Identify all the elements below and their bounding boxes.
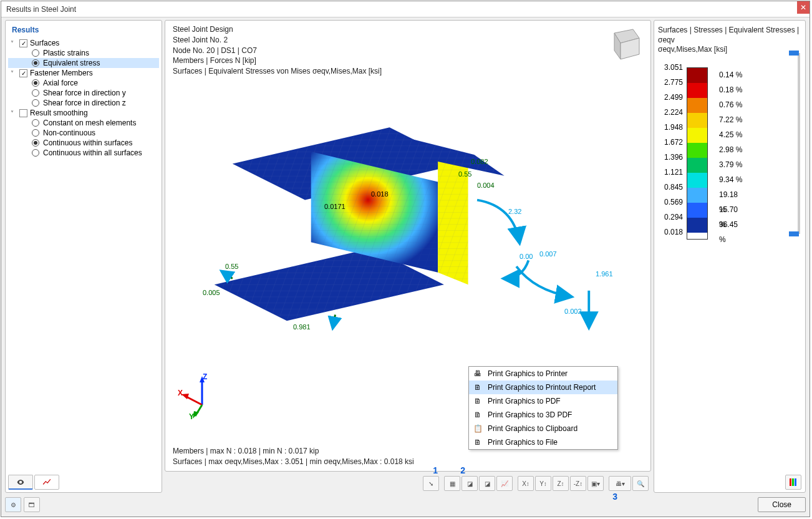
tree-item-continuous-surfaces[interactable]: Continuous within surfaces bbox=[8, 138, 159, 148]
checkbox-surfaces[interactable]: ✓ bbox=[19, 39, 27, 47]
menu-item-print-file[interactable]: 🗎Print Graphics to File bbox=[469, 435, 617, 449]
expand-icon[interactable]: ˅ bbox=[11, 40, 18, 47]
legend-value: 1.396 bbox=[658, 150, 683, 165]
viewport-status: Members | max N : 0.018 | min N : 0.017 … bbox=[173, 446, 414, 467]
menu-item-print-clipboard[interactable]: 📋Print Graphics to Clipboard bbox=[469, 422, 617, 435]
toolbar-btn-view-neg-z[interactable]: -Z↕ bbox=[570, 476, 586, 491]
tree-group-fastener-members[interactable]: ˅ ✓ Fastener Members bbox=[8, 68, 159, 78]
tree-label: Axial force bbox=[43, 79, 78, 87]
legend-value: 0.018 bbox=[658, 225, 683, 240]
legend-title: Surfaces | Stresses | Equivalent Stresse… bbox=[658, 26, 801, 55]
tree-item-constant-mesh[interactable]: Constant on mesh elements bbox=[8, 118, 159, 128]
val-018: 0.018 bbox=[371, 190, 389, 198]
tree-label: Fastener Members bbox=[30, 69, 93, 77]
legend-color bbox=[687, 143, 707, 158]
main-area: Results ˅ ✓ Surfaces Plastic strains Equ… bbox=[5, 20, 806, 493]
tree-item-shear-y[interactable]: Shear force in direction y bbox=[8, 88, 159, 98]
radio-icon[interactable] bbox=[32, 79, 39, 87]
tree-group-surfaces[interactable]: ˅ ✓ Surfaces bbox=[8, 38, 159, 48]
tree-item-non-continuous[interactable]: Non-continuous bbox=[8, 128, 159, 138]
eye-icon bbox=[16, 478, 25, 487]
printer-icon: 🖶 bbox=[473, 369, 483, 379]
legend-panel: Surfaces | Stresses | Equivalent Stresse… bbox=[654, 20, 806, 493]
toolbar-btn-view-z[interactable]: Z↕ bbox=[553, 476, 569, 491]
axis-y: Y bbox=[189, 412, 194, 421]
menu-label: Print Graphics to Printout Report bbox=[488, 383, 596, 392]
slider-thumb-top[interactable] bbox=[789, 51, 799, 56]
legend-bars-icon bbox=[789, 478, 798, 487]
radio-icon[interactable] bbox=[32, 149, 39, 157]
footer-btn-options[interactable]: ⚙ bbox=[5, 497, 21, 512]
toolbar-btn-view-y[interactable]: Y↕ bbox=[535, 476, 551, 491]
toolbar-btn-iso[interactable]: ▦ bbox=[444, 476, 460, 491]
window-close-button[interactable]: ✕ bbox=[797, 1, 810, 14]
tree-item-equivalent-stress[interactable]: Equivalent stress bbox=[8, 58, 159, 68]
legend-value: 2.775 bbox=[658, 75, 683, 90]
expand-icon[interactable]: ˅ bbox=[11, 110, 18, 117]
legend-slider[interactable] bbox=[798, 53, 800, 234]
nav-cube[interactable] bbox=[603, 24, 644, 65]
status-line: Surfaces | max σeqv,Mises,Max : 3.051 | … bbox=[173, 457, 414, 467]
tree-label: Continuous within all surfaces bbox=[43, 148, 142, 157]
nav-cube-icon bbox=[603, 24, 644, 65]
toolbar-btn-arrow[interactable]: ➘ bbox=[423, 476, 439, 491]
toolbar-btn-deform2[interactable]: ◪ bbox=[479, 476, 495, 491]
tree-group-result-smoothing[interactable]: ˅ Result smoothing bbox=[8, 108, 159, 118]
menu-item-print-pdf[interactable]: 🗎Print Graphics to PDF bbox=[469, 394, 617, 408]
tree-item-continuous-all[interactable]: Continuous within all surfaces bbox=[8, 148, 159, 158]
toolbar-btn-deform1[interactable]: ◪ bbox=[462, 476, 478, 491]
toolbar-btn-chart[interactable]: 📈 bbox=[496, 476, 513, 491]
legend-value: 0.294 bbox=[658, 210, 683, 225]
toolbar-btn-view-x[interactable]: X↕ bbox=[518, 476, 534, 491]
tree-item-axial-force[interactable]: Axial force bbox=[8, 78, 159, 88]
axis-gizmo[interactable]: Z X Y bbox=[180, 375, 224, 419]
legend-colorbar bbox=[687, 67, 708, 240]
close-button[interactable]: Close bbox=[758, 497, 806, 512]
menu-item-print-3dpdf[interactable]: 🗎Print Graphics to 3D PDF bbox=[469, 408, 617, 422]
legend-value: 1.121 bbox=[658, 165, 683, 180]
legend-color bbox=[687, 83, 707, 98]
callout-2: 2 bbox=[460, 465, 465, 475]
pdf-icon: 🗎 bbox=[473, 396, 483, 406]
expand-icon[interactable]: ˅ bbox=[11, 70, 18, 77]
print-dropdown-menu: 🖶Print Graphics to Printer 🗎Print Graphi… bbox=[468, 366, 618, 450]
menu-item-print-report[interactable]: 🗎Print Graphics to Printout Report bbox=[469, 381, 617, 394]
tree-label: Non-continuous bbox=[43, 129, 95, 137]
checkbox-smoothing[interactable] bbox=[19, 109, 27, 117]
slider-thumb-bottom[interactable] bbox=[789, 231, 799, 236]
legend-color bbox=[687, 98, 707, 113]
panel-title: Results bbox=[8, 24, 159, 38]
legend-pct: 0.14 % bbox=[719, 60, 745, 75]
legend-settings-button[interactable] bbox=[785, 475, 801, 490]
val-1961: 1.961 bbox=[596, 270, 613, 278]
axis-x: X bbox=[178, 389, 183, 397]
legend-value: 2.224 bbox=[658, 105, 683, 120]
val-0005: 0.005 bbox=[203, 289, 220, 296]
radio-icon[interactable] bbox=[32, 129, 39, 137]
tab-chart[interactable] bbox=[34, 475, 59, 490]
legend-color bbox=[687, 113, 707, 128]
menu-item-print-printer[interactable]: 🖶Print Graphics to Printer bbox=[469, 367, 617, 381]
radio-icon[interactable] bbox=[32, 89, 39, 97]
toolbar-btn-cube-dropdown[interactable]: ▣▾ bbox=[587, 476, 604, 491]
tree-item-plastic-strains[interactable]: Plastic strains bbox=[8, 48, 159, 58]
tab-view[interactable] bbox=[8, 475, 33, 490]
footer-btn-export[interactable]: 🗔 bbox=[24, 497, 40, 512]
radio-icon[interactable] bbox=[32, 139, 39, 147]
legend-title-line: Surfaces | Stresses | Equivalent Stresse… bbox=[658, 26, 801, 45]
legend-color bbox=[687, 173, 707, 188]
toolbar-btn-zoom-target[interactable]: 🔍 bbox=[632, 476, 649, 491]
callout-1: 1 bbox=[433, 465, 438, 475]
vp-line: Steel Joint No. 2 bbox=[173, 35, 382, 46]
radio-icon[interactable] bbox=[32, 59, 39, 67]
file-icon: 🗎 bbox=[473, 437, 483, 447]
viewport-3d[interactable]: Steel Joint Design Steel Joint No. 2 Nod… bbox=[165, 20, 651, 472]
radio-icon[interactable] bbox=[32, 49, 39, 57]
toolbar-btn-print-dropdown[interactable]: 🖶▾ bbox=[609, 476, 631, 491]
vp-line: Steel Joint Design bbox=[173, 24, 382, 35]
checkbox-fastener[interactable]: ✓ bbox=[19, 69, 27, 77]
tree-item-shear-z[interactable]: Shear force in direction z bbox=[8, 98, 159, 108]
axis-z: Z bbox=[203, 372, 207, 381]
radio-icon[interactable] bbox=[32, 99, 39, 107]
radio-icon[interactable] bbox=[32, 119, 39, 127]
